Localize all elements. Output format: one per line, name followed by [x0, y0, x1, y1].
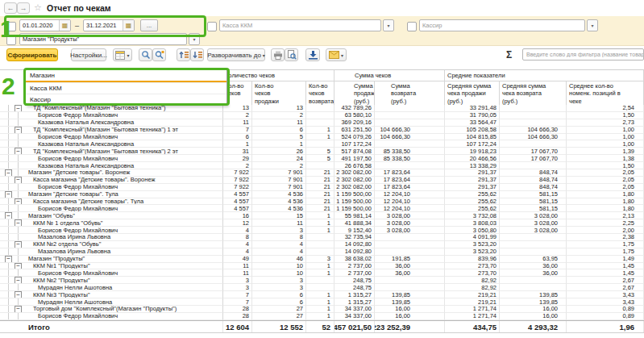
table-cell[interactable]: 3 028,00 [500, 227, 567, 234]
table-cell[interactable]: 36,00 [500, 269, 567, 277]
table-cell[interactable]: 15 [252, 212, 306, 219]
table-cell[interactable]: 517 874,08 [334, 148, 375, 155]
table-cell[interactable]: 7 901 [252, 177, 306, 184]
table-cell[interactable]: 3 808,03 [445, 219, 500, 227]
table-cell[interactable]: 104 666,30 [500, 134, 567, 141]
table-cell[interactable]: 631 251,50 [334, 127, 375, 134]
table-cell[interactable]: 273,70 [445, 263, 500, 270]
table-cell[interactable]: 16,00 [500, 313, 567, 320]
table-cell[interactable]: 6 [252, 291, 306, 298]
table-cell[interactable]: 2,05 [567, 177, 644, 184]
row-label[interactable]: Борисов Федор Михайлович [0, 205, 223, 212]
table-cell[interactable]: 248,75 [334, 277, 375, 284]
period-options-button[interactable]: ... [140, 19, 158, 31]
table-cell[interactable]: 255,62 [445, 198, 500, 206]
table-row[interactable]: Борисов Федор Михайлович7 9227 901212 30… [0, 184, 644, 191]
table-cell[interactable]: 107 172,24 [445, 140, 500, 148]
table-cell[interactable]: 2 302 082,00 [334, 177, 375, 184]
table-cell[interactable]: 19 918,23 [445, 148, 500, 155]
table-cell[interactable]: 3 028,00 [375, 219, 445, 227]
table-cell[interactable]: 1,38 [567, 155, 644, 162]
table-row[interactable]: −Магазин "Обувь"1615155 981,143 028,003 … [0, 212, 644, 219]
table-cell[interactable] [500, 284, 567, 291]
row-label[interactable]: Казакова Наталья Александровна [0, 162, 223, 169]
table-row[interactable]: Казакова Наталья Александровна11107 172,… [0, 140, 644, 148]
sum-sigma-icon[interactable]: Σ [506, 49, 512, 61]
table-cell[interactable]: 3 028,00 [375, 212, 445, 219]
table-cell[interactable]: 105 208,58 [445, 127, 500, 134]
table-cell[interactable]: 291,37 [445, 177, 500, 184]
table-cell[interactable]: 4 557 [223, 191, 252, 198]
table-cell[interactable]: 2,67 [567, 284, 644, 291]
collapse-minus-icon[interactable]: − [15, 219, 22, 227]
table-cell[interactable]: 1 [306, 313, 334, 320]
table-cell[interactable]: 21 [306, 205, 334, 212]
table-cell[interactable] [375, 112, 445, 119]
table-cell[interactable] [375, 241, 445, 248]
table-cell[interactable] [375, 284, 445, 291]
row-label[interactable]: −ККМ №1 "Продукты" [0, 263, 223, 270]
search-button[interactable] [139, 48, 152, 61]
kassa-checkbox[interactable] [207, 22, 217, 31]
row-label[interactable]: −ТД "Комплексный"(Магазин "Бытовая техни… [0, 148, 223, 155]
table-cell[interactable]: 49 [223, 256, 252, 263]
table-cell[interactable]: 4 536 [252, 205, 306, 212]
table-cell[interactable]: 12 204,10 [375, 205, 445, 212]
table-cell[interactable]: 13 [223, 105, 252, 112]
table-row[interactable]: Мурадян Нелли Ашотовна33248,7582,922,67 [0, 284, 644, 291]
table-cell[interactable]: 11 [223, 269, 252, 277]
table-cell[interactable]: 6 [252, 298, 306, 306]
table-cell[interactable] [375, 248, 445, 256]
table-cell[interactable]: 27 [252, 313, 306, 320]
print-preview-button[interactable] [285, 48, 298, 61]
table-cell[interactable]: 848,74 [500, 169, 567, 177]
table-cell[interactable] [306, 119, 334, 127]
table-cell[interactable]: 13 [252, 105, 306, 112]
table-cell[interactable]: 1 159 500,00 [334, 191, 375, 198]
table-cell[interactable]: 104 815,85 [445, 134, 500, 141]
table-cell[interactable]: 24 [252, 155, 306, 162]
table-cell[interactable]: 1 [306, 134, 334, 141]
table-row[interactable]: −Касса магазина "Детские товары". Тула4 … [0, 198, 644, 206]
table-row[interactable]: −ККМ № 1 отдела "Обувь"1211141 888,343 0… [0, 219, 644, 227]
row-label[interactable]: −ТД "Комплексный"(Магазин "Бытовая техни… [0, 127, 223, 134]
table-cell[interactable]: 2 [223, 162, 252, 169]
table-cell[interactable]: 63,95 [500, 256, 567, 263]
table-cell[interactable]: 2,05 [567, 184, 644, 191]
table-cell[interactable]: 9 152,40 [334, 227, 375, 234]
collapse-minus-icon[interactable]: − [15, 291, 22, 298]
collapse-minus-icon[interactable]: − [15, 105, 22, 112]
table-cell[interactable]: 82,92 [445, 277, 500, 284]
collapse-groups-button[interactable] [177, 48, 190, 61]
table-cell[interactable]: 1,75 [567, 248, 644, 256]
table-cell[interactable]: 32 735,94 [334, 234, 375, 241]
table-cell[interactable]: 85 338,50 [375, 155, 445, 162]
table-cell[interactable]: 31 [223, 148, 252, 155]
table-cell[interactable]: 21 [306, 169, 334, 177]
collapse-minus-icon[interactable]: − [15, 148, 22, 155]
table-cell[interactable]: 12 204,10 [375, 191, 445, 198]
table-cell[interactable]: 104 666,30 [500, 127, 567, 134]
table-cell[interactable]: 3 [252, 284, 306, 291]
table-cell[interactable]: 21 [306, 177, 334, 184]
table-cell[interactable] [306, 277, 334, 284]
kassir-field[interactable]: Кассир [419, 19, 585, 31]
table-cell[interactable] [306, 248, 334, 256]
collapse-minus-icon[interactable]: − [15, 241, 22, 248]
expand-groups-button[interactable] [190, 48, 204, 61]
table-cell[interactable]: 85 338,50 [375, 148, 445, 155]
shop-field[interactable]: Магазин "Продукты" [19, 33, 187, 45]
kassir-dropdown-button[interactable]: ▾ [587, 19, 598, 31]
table-row[interactable]: −ККМ №3 "Продукты"7611 315,27139,85219,2… [0, 291, 644, 298]
row-label[interactable]: −ККМ №2 отдела "Обувь" [0, 241, 223, 248]
table-cell[interactable]: 1,80 [567, 205, 644, 212]
dropdown-item-2[interactable]: Касса ККМ [26, 82, 226, 94]
table-cell[interactable]: 38 638,02 [334, 256, 375, 263]
table-cell[interactable]: 2 [252, 162, 306, 169]
report-variants-button[interactable]: ▾ [113, 48, 132, 61]
table-cell[interactable]: 491 197,50 [334, 155, 375, 162]
table-row[interactable]: −ККМ №2 "Продукты"33248,7582,922,67 [0, 277, 644, 284]
row-label[interactable]: −Магазин "Детские товары". Воронеж [0, 169, 223, 177]
table-row[interactable]: Мурадян Нелли Ашотовна7611 315,27139,852… [0, 298, 644, 306]
generate-report-button[interactable]: Сформировать [6, 48, 58, 61]
